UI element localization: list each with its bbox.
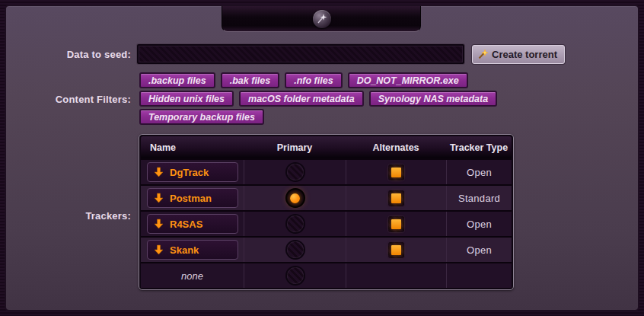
tracker-name-none: none — [141, 270, 244, 282]
filter-chip[interactable]: Hidden unix files — [139, 91, 234, 107]
tracker-link-postman[interactable]: Postman — [147, 188, 238, 208]
tracker-link-skank[interactable]: Skank — [147, 240, 238, 260]
create-torrent-panel: Data to seed: Create torrent Content Fil… — [6, 6, 638, 310]
tracker-type: Open — [467, 167, 492, 178]
magic-wand-icon — [477, 49, 489, 60]
alternates-checkbox-postman[interactable] — [388, 190, 404, 206]
primary-radio-skank[interactable] — [287, 241, 304, 258]
down-arrow-icon — [154, 193, 164, 203]
column-header-name: Name — [141, 142, 244, 153]
down-arrow-icon — [154, 244, 164, 255]
content-filters-label: Content Filters: — [6, 94, 131, 105]
alternates-checkbox-dgtrack[interactable] — [388, 164, 404, 180]
tracker-link-r4sas[interactable]: R4SAS — [147, 214, 238, 234]
down-arrow-icon — [154, 219, 164, 229]
tracker-row: Postman Standard — [141, 184, 512, 210]
alternates-checkbox-r4sas[interactable] — [388, 216, 404, 232]
filter-chip[interactable]: .bak files — [221, 72, 280, 88]
filter-chip-row: .backup files .bak files .nfo files DO_N… — [139, 72, 468, 88]
panel-toggle-button[interactable] — [313, 10, 331, 28]
data-to-seed-label: Data to seed: — [6, 49, 131, 60]
trackers-table-header: Name Primary Alternates Tracker Type — [141, 136, 512, 158]
trackers-table: Name Primary Alternates Tracker Type DgT… — [139, 134, 514, 290]
primary-radio-postman[interactable] — [287, 190, 304, 206]
filter-chip[interactable]: macOS folder metadata — [239, 91, 364, 107]
tracker-row-none: none — [141, 262, 512, 288]
create-torrent-label: Create torrent — [492, 49, 557, 60]
alternates-checkbox-skank[interactable] — [388, 242, 404, 258]
column-header-tracker-type: Tracker Type — [446, 142, 512, 153]
filter-chip[interactable]: .nfo files — [285, 72, 342, 88]
tracker-row: DgTrack Open — [141, 158, 512, 184]
tracker-row: R4SAS Open — [141, 210, 512, 236]
tracker-name: DgTrack — [170, 167, 209, 178]
filter-chip[interactable]: .backup files — [139, 72, 215, 88]
tracker-row: Skank Open — [141, 236, 512, 262]
primary-radio-none[interactable] — [287, 267, 304, 284]
down-arrow-icon — [154, 167, 164, 177]
tracker-type: Standard — [458, 193, 500, 204]
tracker-name: Postman — [170, 193, 212, 204]
tracker-type: Open — [467, 244, 492, 256]
primary-radio-dgtrack[interactable] — [287, 164, 304, 180]
trackers-label: Trackers: — [6, 210, 131, 222]
filter-chip[interactable]: DO_NOT_MIRROR.exe — [348, 72, 468, 88]
column-header-alternates: Alternates — [346, 142, 446, 153]
filter-chip-row: Hidden unix files macOS folder metadata … — [139, 91, 497, 107]
filter-chip[interactable]: Synology NAS metadata — [369, 91, 497, 107]
tracker-name: Skank — [170, 244, 199, 256]
create-torrent-button[interactable]: Create torrent — [472, 45, 565, 64]
collapsed-header-bar — [222, 6, 421, 32]
data-to-seed-input[interactable] — [137, 44, 464, 64]
filter-chip[interactable]: Temporary backup files — [139, 109, 264, 125]
tracker-name: R4SAS — [170, 219, 202, 230]
column-header-primary: Primary — [244, 142, 346, 153]
tracker-type: Open — [467, 219, 492, 230]
primary-radio-r4sas[interactable] — [287, 215, 304, 232]
filter-chip-row: Temporary backup files — [139, 109, 264, 125]
tracker-link-dgtrack[interactable]: DgTrack — [147, 162, 238, 182]
